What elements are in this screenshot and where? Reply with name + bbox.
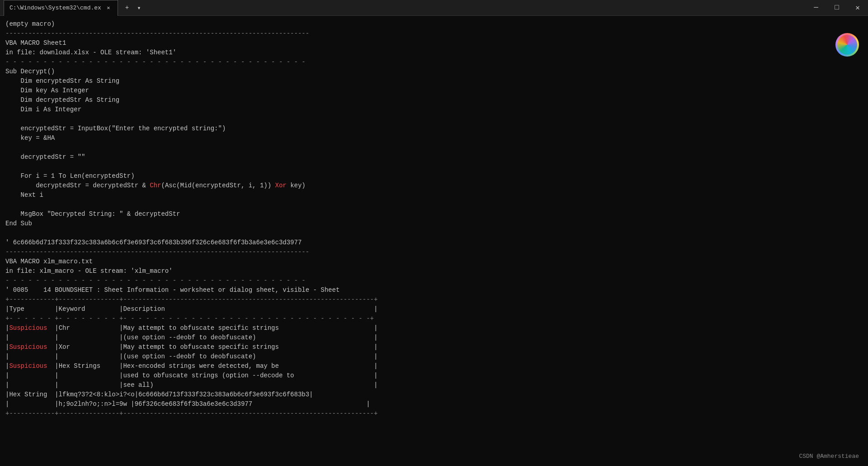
line-empty-macro: (empty macro) [5,19,863,29]
line-sep2: ----------------------------------------… [5,247,863,257]
line-sep1: ----------------------------------------… [5,29,863,38]
minimize-button[interactable]: ─ [806,0,826,16]
table-top-border: +------------+----------------+---------… [5,295,863,304]
table-row-chr-1: |Suspicious |Chr |May attempt to obfusca… [5,323,863,333]
line-dim-encrypted: Dim encryptedStr As String [5,76,863,86]
table-row-hex-3: | | |see all) | [5,380,863,390]
suspicious-label-chr: Suspicious [9,324,47,332]
active-tab[interactable]: C:\Windows\System32\cmd.ex ✕ [4,0,118,16]
line-dash2: - - - - - - - - - - - - - - - - - - - - … [5,276,863,285]
suspicious-label-hex: Suspicious [9,362,47,370]
table-header-sep: +- - - - - - +- - - - - - - - +- - - - -… [5,314,863,323]
line-decryptedstr-empty: decryptedStr = "" [5,152,863,162]
line-dim-decrypted: Dim decryptedStr As String [5,95,863,105]
line-blank4 [5,200,863,209]
table-row-chr-2: | | |(use option --deobf to deobfuscate)… [5,333,863,342]
line-hex-comment: ' 6c666b6d713f333f323c383a6b6c6f3e693f3c… [5,238,863,247]
table-bottom-border: +------------+----------------+---------… [5,409,863,418]
line-for: For i = 1 To Len(encryptedStr) [5,171,863,181]
line-boundsheet: ' 0085 14 BOUNDSHEET : Sheet Information… [5,285,863,295]
terminal-content: (empty macro) --------------------------… [0,16,868,466]
line-blank3 [5,162,863,171]
close-button[interactable]: ✕ [847,0,868,16]
line-end-sub: End Sub [5,219,863,228]
line-blank1 [5,114,863,124]
line-dim-key: Dim key As Integer [5,86,863,95]
terminal-window: C:\Windows\System32\cmd.ex ✕ + ▾ ─ □ ✕ (… [0,0,868,466]
new-tab-button[interactable]: + [122,2,132,13]
tab-label: C:\Windows\System32\cmd.ex [9,5,101,11]
maximize-button[interactable]: □ [826,0,847,16]
line-next: Next i [5,190,863,200]
tab-dropdown-button[interactable]: ▾ [133,2,144,14]
table-row-xor-1: |Suspicious |Xor |May attempt to obfusca… [5,342,863,352]
table-header: |Type |Keyword |Description | [5,304,863,314]
line-vba-macro-sheet1: VBA MACRO Sheet1 [5,38,863,48]
chr-keyword: Chr [150,182,161,189]
line-blank2 [5,143,863,152]
line-inputbox: encryptedStr = InputBox("Enter the encry… [5,124,863,133]
line-key: key = &HA [5,133,863,143]
title-bar-left: C:\Windows\System32\cmd.ex ✕ + ▾ [4,0,806,16]
window-controls: ─ □ ✕ [806,0,868,16]
table-row-hex-1: |Suspicious |Hex Strings |Hex-encoded st… [5,361,863,371]
suspicious-label-xor: Suspicious [9,343,47,351]
line-msgbox: MsgBox "Decrypted String: " & decryptedS… [5,209,863,219]
table-row-xor-2: | | |(use option --deobf to deobfuscate)… [5,352,863,361]
line-dim-i: Dim i As Integer [5,105,863,114]
line-sub-decrypt: Sub Decrypt() [5,67,863,76]
line-dash1: - - - - - - - - - - - - - - - - - - - - … [5,57,863,67]
globe-inner [837,35,857,55]
tab-close-button[interactable]: ✕ [105,5,112,12]
line-blank5 [5,228,863,238]
tab-actions: + ▾ [118,2,145,14]
watermark: CSDN @Amherstieae [799,452,859,461]
line-in-file-xlm: in file: xlm_macro - OLE stream: 'xlm_ma… [5,266,863,276]
globe-icon [835,33,859,57]
table-row-hexstr-1: |Hex String |lfkmq?3?2<8:klo>i?<o|6c666b… [5,390,863,399]
xor-keyword: Xor [275,182,287,189]
line-vba-xlm: VBA MACRO xlm_macro.txt [5,257,863,266]
table-row-hex-2: | | |used to obfuscate strings (option -… [5,371,863,380]
title-bar: C:\Windows\System32\cmd.ex ✕ + ▾ ─ □ ✕ [0,0,868,16]
line-chr-xor: decryptedStr = decryptedStr & Chr(Asc(Mi… [5,181,863,190]
line-in-file-sheet1: in file: download.xlsx - OLE stream: 'Sh… [5,48,863,57]
table-row-hexstr-2: | |h;9o2lnh?o;:n>l=9w |96f326c6e683f6f3b… [5,399,863,409]
